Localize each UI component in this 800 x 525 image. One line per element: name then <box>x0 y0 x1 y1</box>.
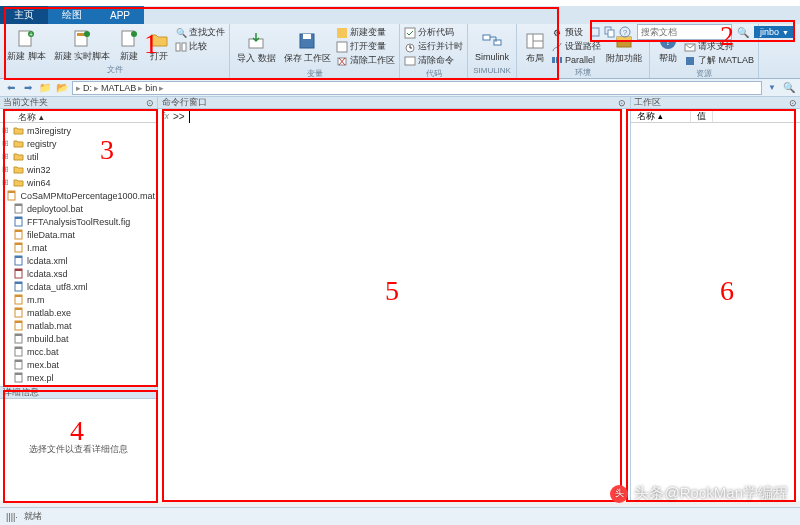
run-time-button[interactable]: 运行并计时 <box>404 40 463 53</box>
expand-icon[interactable]: ⊞ <box>2 126 10 135</box>
svg-rect-59 <box>15 321 22 323</box>
search-icon[interactable]: 🔍 <box>737 27 749 38</box>
file-type-icon <box>13 242 24 253</box>
ws-value-col[interactable]: 值 <box>691 109 713 122</box>
status-text: 就绪 <box>24 510 42 523</box>
file-item[interactable]: lcdata_utf8.xml <box>0 280 157 293</box>
browse-button[interactable]: 📂 <box>55 81 69 95</box>
tab-app[interactable]: APP <box>96 6 144 24</box>
search-input[interactable] <box>637 24 732 40</box>
tab-plot[interactable]: 绘图 <box>48 6 96 24</box>
file-item[interactable]: mex.pl <box>0 371 157 384</box>
open-var-button[interactable]: 打开变量 <box>336 40 395 53</box>
svg-point-12 <box>131 31 137 37</box>
clear-cmd-button[interactable]: 清除命令 <box>404 54 463 67</box>
file-item[interactable]: mcc.bat <box>0 345 157 358</box>
svg-rect-19 <box>337 42 347 52</box>
new-live-script-button[interactable]: 新建 实时脚本 <box>51 26 114 63</box>
cut-icon[interactable] <box>589 26 601 38</box>
help-icon[interactable]: ? <box>619 26 631 38</box>
path-field[interactable]: ▸D: ▸MATLAB ▸bin ▸ <box>72 81 762 95</box>
expand-icon[interactable]: ⊞ <box>2 178 10 187</box>
live-script-icon <box>71 28 93 50</box>
learn-button[interactable]: 了解 MATLAB <box>684 54 754 67</box>
name-column-header[interactable]: 名称 ▴ <box>0 109 157 123</box>
file-item[interactable]: mex.bat <box>0 358 157 371</box>
user-menu[interactable]: jinbo▼ <box>754 26 795 38</box>
file-item[interactable]: CoSaMPMtoPercentage1000.mat <box>0 189 157 202</box>
file-type-icon <box>13 320 24 331</box>
fx-icon[interactable]: fx <box>162 111 169 121</box>
file-type-icon <box>13 138 24 149</box>
simulink-button[interactable]: Simulink <box>472 26 512 65</box>
svg-rect-51 <box>15 269 22 271</box>
clear-ws-button[interactable]: 清除工作区 <box>336 54 395 67</box>
file-item[interactable]: mbuild.bat <box>0 332 157 345</box>
copy-icon[interactable] <box>604 26 616 38</box>
expand-icon[interactable]: ⊞ <box>2 165 10 174</box>
file-item[interactable]: m.m <box>0 293 157 306</box>
panel-menu-icon[interactable]: ⊙ <box>618 98 626 108</box>
file-type-icon <box>13 177 24 188</box>
new-icon <box>118 28 140 50</box>
file-item[interactable]: matlab.exe <box>0 306 157 319</box>
new-menu-button[interactable]: 新建 <box>115 26 143 63</box>
workspace-header: 工作区⊙ <box>631 97 800 109</box>
save-workspace-button[interactable]: 保存 工作区 <box>281 26 335 67</box>
parallel-button[interactable]: Parallel <box>551 54 601 66</box>
file-item[interactable]: ⊞win64 <box>0 176 157 189</box>
svg-point-10 <box>84 31 90 37</box>
svg-rect-0 <box>591 28 599 36</box>
file-name: CoSaMPMtoPercentage1000.mat <box>20 191 155 201</box>
panel-menu-icon[interactable]: ⊙ <box>146 98 154 108</box>
svg-rect-45 <box>15 230 22 232</box>
svg-rect-65 <box>15 360 22 362</box>
file-item[interactable]: FFTAnalysisToolResult.fig <box>0 215 157 228</box>
file-name: mex.pl <box>27 373 54 383</box>
file-item[interactable]: fileData.mat <box>0 228 157 241</box>
group-file-label: 文件 <box>4 63 225 76</box>
find-icon: 🔍 <box>175 27 187 39</box>
status-indicator: ||||· <box>6 512 18 522</box>
file-item[interactable]: ⊞win32 <box>0 163 157 176</box>
analyze-icon <box>404 27 416 39</box>
gear-icon: ⚙ <box>551 27 563 39</box>
file-item[interactable]: lcdata.xml <box>0 254 157 267</box>
forward-button[interactable]: ➡ <box>21 81 35 95</box>
new-script-button[interactable]: +新建 脚本 <box>4 26 49 63</box>
back-button[interactable]: ⬅ <box>4 81 18 95</box>
file-item[interactable]: lcdata.xsd <box>0 267 157 280</box>
expand-icon[interactable]: ⊞ <box>2 139 10 148</box>
svg-rect-67 <box>15 373 22 375</box>
prompt: >> <box>173 111 185 122</box>
svg-rect-63 <box>15 347 22 349</box>
open-button[interactable]: 打开 <box>145 26 173 63</box>
search-path-icon[interactable]: 🔍 <box>782 81 796 95</box>
expand-icon[interactable]: ⊞ <box>2 152 10 161</box>
compare-button[interactable]: 比较 <box>175 40 225 53</box>
command-window[interactable]: fx >> <box>158 109 630 501</box>
svg-rect-30 <box>556 57 559 63</box>
panel-menu-icon[interactable]: ⊙ <box>789 98 797 108</box>
file-name: win32 <box>27 165 51 175</box>
file-name: registry <box>27 139 57 149</box>
new-var-button[interactable]: 新建变量 <box>336 26 395 39</box>
find-files-button[interactable]: 🔍查找文件 <box>175 26 225 39</box>
svg-rect-9 <box>77 33 85 36</box>
file-item[interactable]: ⊞registry <box>0 137 157 150</box>
tab-home[interactable]: 主页 <box>0 6 48 24</box>
file-item[interactable]: deploytool.bat <box>0 202 157 215</box>
file-name: FFTAnalysisToolResult.fig <box>27 217 130 227</box>
file-item[interactable]: ⊞m3iregistry <box>0 124 157 137</box>
file-item[interactable]: I.mat <box>0 241 157 254</box>
folder-up-icon[interactable]: 📁 <box>38 81 52 95</box>
set-path-button[interactable]: 设置路径 <box>551 40 601 53</box>
file-item[interactable]: ⊞util <box>0 150 157 163</box>
support-button[interactable]: 请求支持 <box>684 40 754 53</box>
analyze-code-button[interactable]: 分析代码 <box>404 26 463 39</box>
layout-button[interactable]: 布局 <box>521 26 549 66</box>
file-item[interactable]: matlab.mat <box>0 319 157 332</box>
path-dropdown[interactable]: ▼ <box>765 81 779 95</box>
ws-name-col[interactable]: 名称 ▴ <box>631 109 691 122</box>
import-data-button[interactable]: 导入 数据 <box>234 26 279 67</box>
